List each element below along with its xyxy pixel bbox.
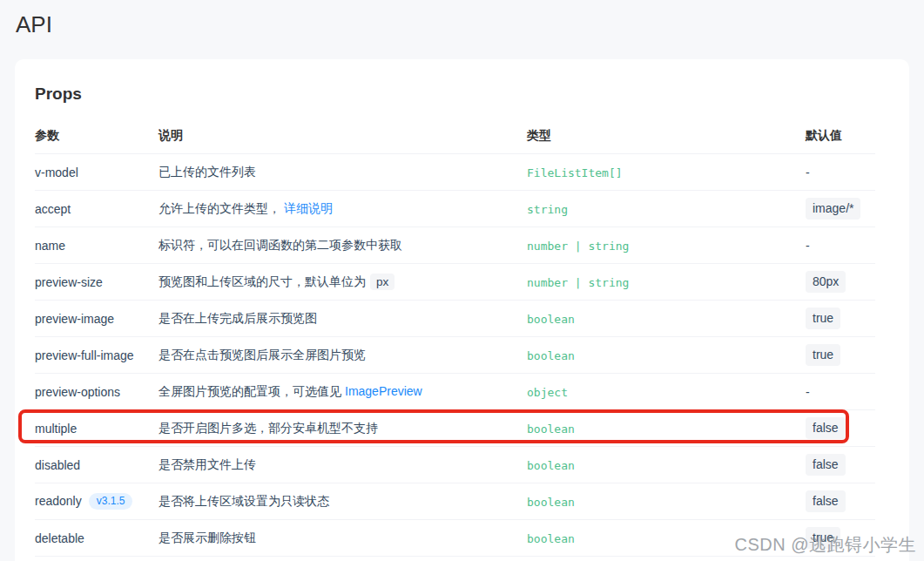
type-text: object	[527, 386, 568, 399]
type-text: string	[527, 203, 568, 216]
default-value: -	[806, 385, 810, 399]
description-cell: 全屏图片预览的配置项，可选值见ImagePreview	[158, 374, 527, 410]
param-name: preview-size	[35, 275, 103, 289]
description-text: 全屏图片预览的配置项，可选值见	[158, 384, 341, 398]
description-text: 已上传的文件列表	[158, 165, 256, 179]
table-row-v-model: v-model已上传的文件列表FileListItem[]-	[35, 154, 875, 191]
description-cell: 是否在点击预览图后展示全屏图片预览	[158, 337, 527, 374]
description-text: 是否展示删除按钮	[158, 531, 256, 544]
type-cell: number | string	[527, 227, 806, 264]
default-cell: true	[806, 337, 875, 374]
description-text: 是否禁用文件上传	[158, 457, 256, 471]
description-cell: 是否在上传完成后展示预览图	[158, 301, 527, 337]
column-header-1: 说明	[158, 118, 527, 154]
props-card: Props 参数说明类型默认值 v-model已上传的文件列表FileListI…	[15, 59, 909, 561]
type-text: FileListItem[]	[527, 166, 623, 179]
default-cell: false	[806, 410, 875, 447]
column-header-0: 参数	[35, 118, 158, 154]
param-name: readonly	[35, 494, 82, 508]
default-cell: false	[806, 447, 875, 483]
description-cell: 标识符，可以在回调函数的第二项参数中获取	[158, 227, 527, 264]
default-cell: -	[806, 227, 875, 264]
param-cell: readonlyv3.1.5	[35, 483, 158, 520]
description-text: 允许上传的文件类型，	[158, 201, 280, 215]
param-name: v-model	[35, 166, 78, 179]
table-row-name: name标识符，可以在回调函数的第二项参数中获取number | string-	[35, 227, 875, 264]
doc-link[interactable]: ImagePreview	[345, 384, 422, 398]
table-row-readonly: readonlyv3.1.5是否将上传区域设置为只读状态booleanfalse	[35, 483, 875, 520]
type-text: boolean	[527, 313, 575, 326]
default-value-badge: 80px	[806, 271, 846, 292]
type-text: boolean	[527, 532, 575, 545]
doc-link[interactable]: 详细说明	[284, 201, 333, 215]
param-cell: accept	[35, 191, 158, 227]
description-text: 是否在点击预览图后展示全屏图片预览	[158, 348, 366, 362]
description-text: 是否开启图片多选，部分安卓机型不支持	[158, 421, 378, 435]
type-cell: FileListItem[]	[527, 154, 806, 191]
type-cell: boolean	[527, 447, 806, 483]
table-row-accept: accept允许上传的文件类型，详细说明stringimage/*	[35, 191, 875, 227]
description-cell: 是否展示删除按钮	[158, 520, 527, 557]
param-name: multiple	[35, 422, 77, 436]
page-title: API	[16, 11, 52, 38]
default-cell: image/*	[806, 191, 875, 227]
param-name: accept	[35, 202, 71, 216]
table-header-row: 参数说明类型默认值	[35, 118, 875, 154]
type-cell: string	[527, 191, 806, 227]
type-cell: object	[527, 374, 806, 410]
type-cell: number | string	[527, 264, 806, 301]
description-cell: 是否禁用文件上传	[158, 447, 527, 483]
default-value: -	[806, 166, 810, 179]
default-value-badge: true	[806, 344, 840, 365]
default-value-badge: image/*	[806, 198, 860, 219]
param-name: disabled	[35, 458, 80, 472]
type-text: boolean	[527, 422, 575, 436]
props-table: 参数说明类型默认值 v-model已上传的文件列表FileListItem[]-…	[35, 118, 875, 557]
table-row-preview-image: preview-image是否在上传完成后展示预览图booleantrue	[35, 301, 875, 337]
param-cell: name	[35, 227, 158, 264]
param-name: preview-options	[35, 385, 120, 399]
param-name: preview-image	[35, 312, 114, 326]
type-cell: boolean	[527, 337, 806, 374]
default-cell: -	[806, 374, 875, 410]
type-text: boolean	[527, 349, 575, 362]
column-header-2: 类型	[527, 118, 806, 154]
param-cell: preview-options	[35, 374, 158, 410]
watermark: CSDN @逃跑锝小学生	[734, 533, 916, 557]
description-cell: 是否开启图片多选，部分安卓机型不支持	[158, 410, 527, 447]
table-row-disabled: disabled是否禁用文件上传booleanfalse	[35, 447, 875, 483]
type-text: number | string	[527, 276, 629, 289]
description-cell: 已上传的文件列表	[158, 154, 527, 191]
type-cell: boolean	[527, 301, 806, 337]
default-value-badge: true	[806, 308, 840, 328]
description-cell: 允许上传的文件类型，详细说明	[158, 191, 527, 227]
table-row-preview-full-image: preview-full-image是否在点击预览图后展示全屏图片预览boole…	[35, 337, 875, 374]
type-cell: boolean	[527, 483, 806, 520]
param-cell: deletable	[35, 520, 158, 557]
param-cell: v-model	[35, 154, 158, 191]
description-cell: 预览图和上传区域的尺寸，默认单位为px	[158, 264, 527, 301]
default-cell: -	[806, 154, 875, 191]
param-cell: multiple	[35, 410, 158, 447]
default-cell: true	[806, 301, 875, 337]
param-name: name	[35, 239, 65, 253]
default-value-badge: false	[806, 490, 846, 511]
type-text: boolean	[527, 496, 575, 509]
type-cell: boolean	[527, 410, 806, 447]
default-value-badge: false	[806, 454, 846, 475]
table-row-preview-size: preview-size预览图和上传区域的尺寸，默认单位为pxnumber | …	[35, 264, 875, 301]
param-cell: preview-image	[35, 301, 158, 337]
description-text: 预览图和上传区域的尺寸，默认单位为	[158, 274, 366, 288]
param-name: preview-full-image	[35, 348, 134, 362]
param-name: deletable	[35, 531, 84, 545]
table-row-preview-options: preview-options全屏图片预览的配置项，可选值见ImagePrevi…	[35, 374, 875, 410]
version-badge: v3.1.5	[89, 493, 133, 510]
default-cell: 80px	[806, 264, 875, 301]
default-value: -	[806, 239, 810, 253]
description-cell: 是否将上传区域设置为只读状态	[158, 483, 527, 520]
description-text: 是否在上传完成后展示预览图	[158, 311, 317, 325]
type-text: number | string	[527, 240, 629, 253]
column-header-3: 默认值	[806, 118, 875, 154]
default-cell: false	[806, 483, 875, 520]
section-title-props: Props	[35, 84, 875, 105]
